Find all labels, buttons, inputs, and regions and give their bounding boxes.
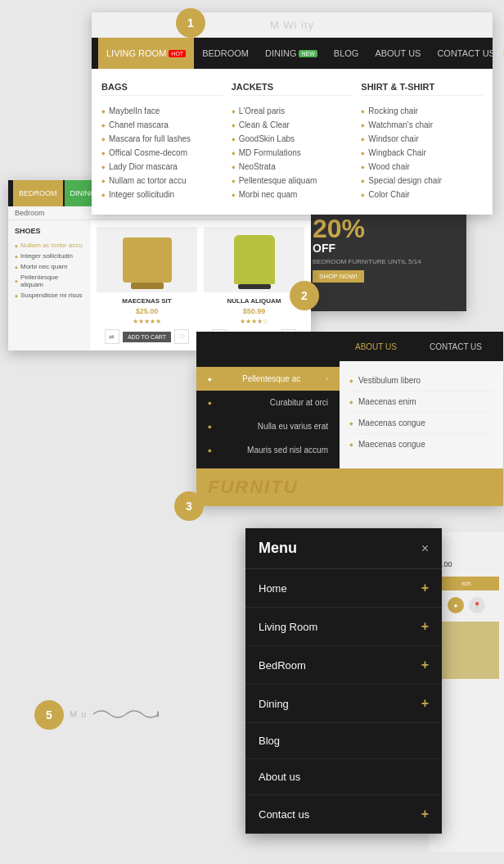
- nav-living-room[interactable]: LIVING ROOM HOT: [98, 38, 194, 69]
- sidebar-link[interactable]: Pellentesque aliquam: [15, 272, 83, 290]
- sidebar-link[interactable]: Morbi nec quam: [15, 261, 83, 272]
- card-3-dropdown: Pellentesque ac › Curabitur at orci Null…: [196, 360, 503, 506]
- dropdown-left-item-1[interactable]: Pellentesque ac ›: [196, 367, 340, 391]
- nav-contact-us[interactable]: CONTACT US: [429, 38, 503, 69]
- step-3-badge: 3: [174, 491, 204, 521]
- mega-menu-content: BAGS MaybelIn face Chanel mascara Mascar…: [92, 69, 493, 215]
- card1-title: M Wi ity: [92, 12, 493, 38]
- compare-icon[interactable]: ⇄: [105, 329, 119, 344]
- mobile-item-living-plus: +: [421, 619, 429, 634]
- mega-item[interactable]: L'Oreal paris: [232, 104, 353, 118]
- mega-item[interactable]: Clean & Clear: [232, 118, 353, 132]
- mega-item[interactable]: MaybelIn face: [101, 104, 223, 118]
- nav-blog[interactable]: BLOG: [326, 38, 367, 69]
- mega-item[interactable]: Watchman's chair: [361, 118, 483, 132]
- add-to-cart-btn-1[interactable]: ADD TO CART: [123, 332, 171, 342]
- col-shirts-title: SHIRT & T-SHIRT: [361, 82, 483, 96]
- mega-item[interactable]: Windsor chair: [361, 132, 483, 146]
- product-2-stars: ★★★★☆: [204, 318, 304, 325]
- partial-price: $0.00: [434, 557, 499, 572]
- banner-percent: 20%: [313, 215, 457, 242]
- partial-icon-pin[interactable]: 📍: [469, 597, 485, 613]
- mega-item[interactable]: Integer sollicitudin: [101, 188, 223, 201]
- mobile-item-bedroom-plus: +: [421, 658, 429, 672]
- contact-bar-about[interactable]: ABOUT US: [347, 332, 405, 361]
- mega-item[interactable]: GoodSkin Labs: [232, 132, 353, 146]
- dropdown-right-item-2[interactable]: Maecenas enim: [349, 391, 493, 413]
- mega-item[interactable]: Wingback Chair: [361, 146, 483, 160]
- contact-nav-bar: ABOUT US CONTACT US: [196, 332, 503, 361]
- mobile-item-contact-label: Contact us: [259, 808, 309, 821]
- chevron-right-icon: ›: [326, 375, 328, 382]
- mega-item[interactable]: Special design chair: [361, 174, 483, 188]
- banner-off: OFF: [313, 242, 457, 255]
- mobile-menu-item-blog[interactable]: Blog: [245, 723, 442, 759]
- mega-item[interactable]: Chanel mascara: [101, 118, 223, 132]
- product-1-name: MAECENAS SIT: [97, 297, 197, 305]
- mobile-menu-header: Menu ×: [245, 528, 442, 569]
- mega-item[interactable]: Offical Cosme-decom: [101, 146, 223, 160]
- wave-icon: [93, 706, 159, 722]
- product-1-image: [97, 227, 197, 292]
- mobile-menu-title: Menu: [259, 540, 297, 557]
- bedroom-nav-bedroom[interactable]: BEDROOM: [13, 180, 63, 206]
- dropdown-right-item-4[interactable]: Maecenas congue: [349, 434, 493, 455]
- step-2-badge: 2: [290, 281, 319, 310]
- mega-item[interactable]: Pellentesque aliquam: [232, 174, 353, 188]
- col-jackets-title: JACKETS: [232, 82, 353, 96]
- step5-label-area: M u: [70, 706, 159, 722]
- mobile-menu-item-bedroom[interactable]: BedRoom +: [245, 646, 442, 685]
- mega-item[interactable]: Rocking chair: [361, 104, 483, 118]
- mega-item[interactable]: Color Chair: [361, 188, 483, 201]
- nav-dining[interactable]: DINING NEW: [257, 38, 326, 69]
- product-2-price: $50.99: [204, 307, 304, 315]
- sidebar-link[interactable]: Suspendisse mi risus: [15, 290, 83, 301]
- mobile-item-bedroom-label: BedRoom: [259, 659, 306, 672]
- mega-item[interactable]: Nullam ac tortor accu: [101, 174, 223, 188]
- dropdown-right-panel: Vestibulum libero Maecenas enim Maecenas…: [340, 360, 503, 468]
- sidebar-link[interactable]: Integer sollicitudin: [15, 251, 83, 261]
- wishlist-icon[interactable]: ♡: [174, 329, 189, 344]
- dropdown-left-item-4[interactable]: Mauris sed nisl accum: [196, 438, 340, 462]
- mobile-menu-item-dining[interactable]: Dining +: [245, 685, 442, 723]
- contact-bar-contact[interactable]: CONTACT US: [421, 332, 490, 361]
- mobile-menu-item-home[interactable]: Home +: [245, 569, 442, 608]
- main-nav-bar: LIVING ROOM HOT BEDROOM DINING NEW BLOG …: [92, 38, 493, 69]
- mega-item[interactable]: Lady Dior mascara: [101, 160, 223, 174]
- mega-col-bags: BAGS MaybelIn face Chanel mascara Mascar…: [101, 82, 223, 201]
- nav-about-us[interactable]: ABOUT US: [367, 38, 429, 69]
- mobile-item-living-label: Living Room: [259, 621, 317, 633]
- product-1-price: $25.00: [97, 307, 197, 315]
- nav-badge-new: NEW: [299, 50, 317, 57]
- dropdown-right-item-1[interactable]: Vestibulum libero: [349, 370, 493, 391]
- col-bags-title: BAGS: [101, 82, 223, 96]
- mobile-item-home-plus: +: [421, 581, 429, 595]
- nav-badge-hot: HOT: [169, 50, 186, 57]
- mega-col-jackets: JACKETS L'Oreal paris Clean & Clear Good…: [232, 82, 353, 201]
- bedroom-sidebar: SHOES Nullam ac tortor accu Integer soll…: [8, 220, 90, 351]
- sidebar-link[interactable]: Nullam ac tortor accu: [15, 240, 83, 251]
- card-1-megamenu: M Wi ity LIVING ROOM HOT BEDROOM DINING …: [92, 12, 493, 215]
- partial-search-btn[interactable]: rch: [434, 577, 499, 590]
- mobile-menu-item-about[interactable]: About us: [245, 759, 442, 795]
- mobile-menu-item-contact[interactable]: Contact us +: [245, 795, 442, 834]
- product-1-stars: ★★★★★: [97, 318, 197, 325]
- dropdown-left-item-3[interactable]: Nulla eu varius erat: [196, 414, 340, 438]
- mega-item[interactable]: Morbi nec quam: [232, 188, 353, 201]
- partial-icon-active[interactable]: ●: [448, 597, 464, 613]
- banner-shop-btn[interactable]: SHOP NOW!: [313, 270, 364, 283]
- mobile-menu-item-living[interactable]: Living Room +: [245, 608, 442, 646]
- sidebar-category: SHOES: [15, 227, 83, 235]
- mega-item[interactable]: MD Formulations: [232, 146, 353, 160]
- mega-item[interactable]: Mascara for full lashes: [101, 132, 223, 146]
- mega-item[interactable]: Wood chair: [361, 160, 483, 174]
- mobile-menu-close-btn[interactable]: ×: [421, 541, 429, 556]
- mega-item[interactable]: NeoStrata: [232, 160, 353, 174]
- nav-bedroom[interactable]: BEDROOM: [194, 38, 257, 69]
- furniture-banner: FURNITU: [196, 468, 503, 506]
- card-5-mobile-menu: Menu × Home + Living Room + BedRoom + Di…: [245, 528, 442, 834]
- dropdown-left-item-2[interactable]: Curabitur at orci: [196, 391, 340, 414]
- product-card-1: MAECENAS SIT $25.00 ★★★★★ ⇄ ADD TO CART …: [97, 227, 197, 344]
- product-card-2: NULLA ALIQUAM $50.99 ★★★★☆ ⇄ ADD TO CART…: [204, 227, 304, 344]
- dropdown-right-item-3[interactable]: Maecenas congue: [349, 413, 493, 434]
